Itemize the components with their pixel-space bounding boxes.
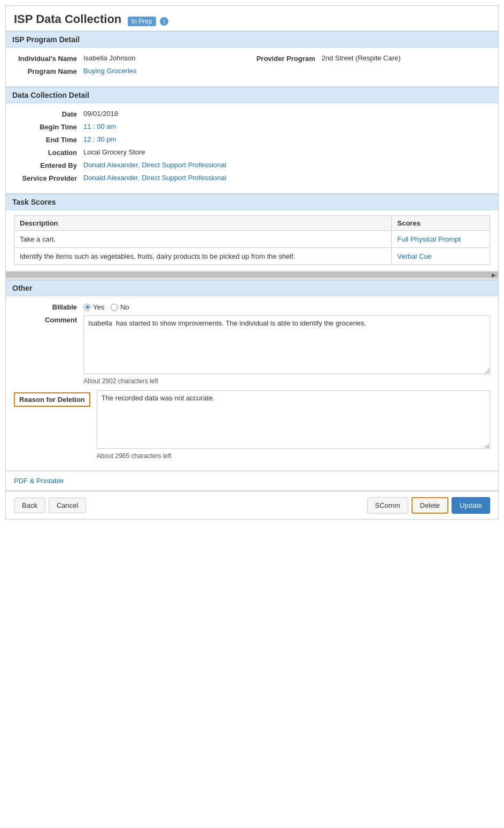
entered-by-label: Entered By — [14, 161, 83, 169]
billable-no-radio[interactable] — [111, 304, 118, 311]
data-collection-detail-header: Data Collection Detail — [6, 87, 498, 103]
service-provider-value[interactable]: Donald Alexander, Direct Support Profess… — [83, 174, 490, 182]
reason-chars-left: About 2965 characters left — [97, 452, 490, 460]
cancel-button[interactable]: Cancel — [49, 498, 86, 513]
task-description-cell: Identify the items such as vegetables, f… — [14, 248, 392, 265]
date-value: 09/01/2018 — [83, 110, 490, 118]
date-label: Date — [14, 110, 83, 118]
horizontal-scrollbar[interactable]: ◀ ▶ — [6, 270, 498, 279]
task-score-cell: Verbal Cue — [392, 248, 490, 265]
task-scores-table: Description Scores Take a cart.Full Phys… — [14, 215, 490, 265]
provider-program-label: Provider Program — [252, 54, 322, 63]
billable-no-option[interactable]: No — [111, 303, 129, 311]
scomm-button[interactable]: SComm — [367, 497, 408, 514]
col-scores-header: Scores — [392, 216, 490, 231]
reason-for-deletion-label-wrapper: Reason for Deletion — [14, 390, 97, 407]
program-name-link[interactable]: Buying Groceries — [83, 67, 490, 75]
scroll-thumb[interactable] — [6, 272, 498, 278]
table-row: Identify the items such as vegetables, f… — [14, 248, 490, 265]
service-provider-label: Service Provider — [14, 174, 83, 182]
provider-program-value: 2nd Street (Respite Care) — [322, 54, 491, 63]
status-badge: In Prep — [128, 17, 156, 26]
billable-yes-radio[interactable] — [83, 304, 91, 311]
billable-label: Billable — [14, 303, 83, 311]
pdf-printable-link[interactable]: PDF & Printable — [14, 477, 64, 485]
end-time-label: End Time — [14, 135, 83, 144]
individual-name-label: Individual's Name — [14, 54, 83, 63]
comment-label: Comment — [14, 315, 83, 324]
action-bar: Back Cancel SComm Delete Update — [6, 491, 498, 519]
task-scores-header: Task Scores — [6, 194, 498, 210]
end-time-value: 12 : 30 pm — [83, 135, 490, 143]
program-name-label: Program Name — [14, 67, 83, 75]
begin-time-value: 11 : 00 am — [83, 122, 490, 130]
col-description-header: Description — [14, 216, 392, 231]
entered-by-value[interactable]: Donald Alexander, Direct Support Profess… — [83, 161, 490, 169]
scroll-right-arrow[interactable]: ▶ — [490, 270, 498, 279]
footer-links-area: PDF & Printable — [6, 471, 498, 490]
table-row: Take a cart.Full Physical Prompt — [14, 231, 490, 248]
update-button[interactable]: Update — [452, 497, 490, 514]
billable-yes-label: Yes — [93, 303, 104, 311]
other-header: Other — [6, 280, 498, 296]
billable-yes-option[interactable]: Yes — [83, 303, 104, 311]
isp-program-detail-header: ISP Program Detail — [6, 32, 498, 48]
billable-radio-group: Yes No — [83, 303, 129, 311]
begin-time-label: Begin Time — [14, 122, 83, 131]
billable-no-label: No — [120, 303, 129, 311]
comment-textarea[interactable] — [83, 315, 490, 374]
comment-chars-left: About 2902 characters left — [83, 377, 490, 385]
back-button[interactable]: Back — [14, 498, 45, 513]
info-icon[interactable]: i — [160, 17, 168, 26]
delete-button[interactable]: Delete — [412, 497, 449, 514]
reason-for-deletion-label: Reason for Deletion — [14, 392, 90, 407]
task-description-cell: Take a cart. — [14, 231, 392, 248]
task-score-cell: Full Physical Prompt — [392, 231, 490, 248]
individual-name-value: Isabella Johnson — [83, 54, 252, 63]
location-label: Location — [14, 148, 83, 157]
page-title: ISP Data Collection — [14, 12, 121, 26]
location-value: Local Grocery Store — [83, 148, 490, 156]
reason-for-deletion-textarea[interactable] — [97, 390, 490, 449]
